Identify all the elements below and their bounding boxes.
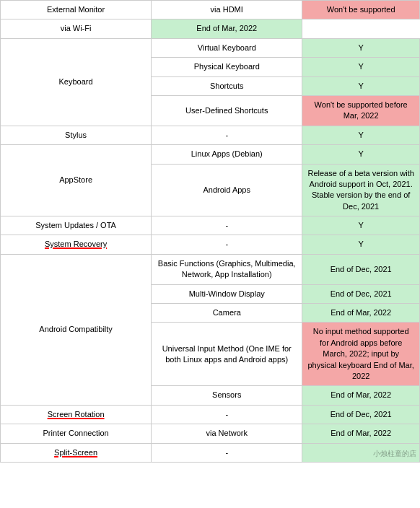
sub-feature-cell: Linux Apps (Debian) bbox=[152, 145, 302, 164]
status-cell: End of Mar, 2022 bbox=[302, 424, 420, 443]
sub-feature-cell: via Network bbox=[152, 424, 302, 443]
status-cell: Y bbox=[302, 235, 420, 254]
feature-label: Screen Rotation bbox=[48, 410, 105, 419]
page-wrapper: External Monitorvia HDMIWon't be support… bbox=[0, 0, 420, 463]
status-cell: Release of a beta version with Android s… bbox=[302, 164, 420, 216]
status-cell: End of Mar, 2022 bbox=[302, 304, 420, 323]
feature-cell: System Recovery bbox=[1, 235, 152, 254]
feature-cell: System Updates / OTA bbox=[1, 216, 152, 235]
sub-feature-cell: Universal Input Method (One IME for both… bbox=[152, 323, 302, 386]
status-cell: End of Mar, 2022 bbox=[302, 386, 420, 405]
sub-feature-cell: Virtual Keyboard bbox=[152, 38, 302, 57]
status-cell: End of Dec, 2021 bbox=[302, 254, 420, 284]
feature-cell: AppStore bbox=[1, 145, 152, 216]
sub-feature-cell: via Wi-Fi bbox=[1, 19, 152, 38]
feature-label: System Recovery bbox=[45, 240, 107, 248]
status-cell: Y bbox=[302, 38, 420, 57]
status-cell: End of Dec, 2021 bbox=[302, 284, 420, 303]
sub-feature-cell: - bbox=[152, 235, 302, 254]
feature-cell: Stylus bbox=[1, 126, 152, 144]
sub-feature-cell: Sensors bbox=[152, 386, 302, 405]
feature-cell: External Monitor bbox=[1, 1, 152, 19]
sub-feature-cell: - bbox=[152, 405, 302, 424]
compatibility-table: External Monitorvia HDMIWon't be support… bbox=[0, 0, 420, 463]
status-cell bbox=[302, 443, 420, 462]
status-cell: Won't be supported before Mar, 2022 bbox=[302, 95, 420, 126]
status-cell: Y bbox=[302, 126, 420, 144]
feature-cell: Split-Screen bbox=[1, 443, 152, 462]
sub-feature-cell: Physical Keyboard bbox=[152, 58, 302, 76]
feature-label: Split-Screen bbox=[54, 448, 97, 457]
feature-cell: Android Compatibilty bbox=[1, 254, 152, 405]
sub-feature-cell: Multi-Window Display bbox=[152, 284, 302, 303]
sub-feature-cell: via HDMI bbox=[152, 1, 302, 19]
status-cell: Y bbox=[302, 145, 420, 164]
sub-feature-cell: - bbox=[152, 126, 302, 144]
sub-feature-cell: Shortcuts bbox=[152, 76, 302, 95]
sub-feature-cell: User-Defined Shortcuts bbox=[152, 95, 302, 126]
feature-cell: Keyboard bbox=[1, 38, 152, 126]
status-cell: Won't be supported bbox=[302, 1, 420, 19]
status-cell: Y bbox=[302, 58, 420, 76]
sub-feature-cell: - bbox=[152, 443, 302, 462]
sub-feature-cell: - bbox=[152, 216, 302, 235]
sub-feature-cell: Camera bbox=[152, 304, 302, 323]
sub-feature-cell: Basic Functions (Graphics, Multimedia, N… bbox=[152, 254, 302, 284]
status-cell: Y bbox=[302, 76, 420, 95]
feature-cell: Printer Connection bbox=[1, 424, 152, 443]
status-cell: Y bbox=[302, 216, 420, 235]
sub-feature-cell: Android Apps bbox=[152, 164, 302, 216]
status-cell: End of Dec, 2021 bbox=[302, 405, 420, 424]
feature-cell: Screen Rotation bbox=[1, 405, 152, 424]
status-cell: End of Mar, 2022 bbox=[152, 19, 302, 38]
status-cell: No input method supported for Android ap… bbox=[302, 323, 420, 386]
